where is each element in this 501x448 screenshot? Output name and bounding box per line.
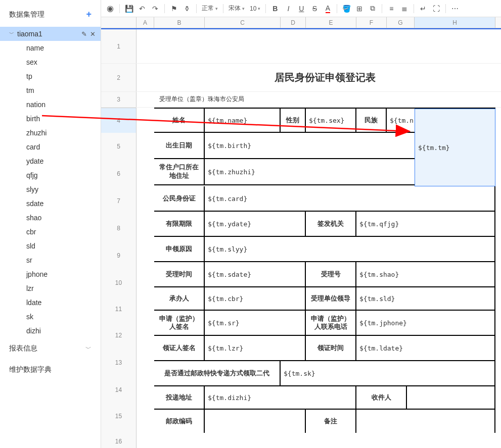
more-icon[interactable]: ⋯ xyxy=(449,3,461,15)
row-header-13[interactable]: 13 xyxy=(101,349,136,376)
val-cbr[interactable]: ${tm.cbr} xyxy=(205,287,306,310)
row-header-16[interactable]: 16 xyxy=(101,429,136,448)
val-sld[interactable]: ${tm.sld} xyxy=(356,287,495,310)
sheet-area[interactable]: A B C D E F G H 1 2 居民身份证申领登记表 3 受理单位（盖章… xyxy=(101,17,501,448)
field-sld[interactable]: sld xyxy=(0,239,101,253)
field-cbr[interactable]: cbr xyxy=(0,225,101,239)
merge-icon[interactable]: ⧉ xyxy=(367,3,379,15)
field-jphone[interactable]: jphone xyxy=(0,267,101,281)
field-tm[interactable]: tm xyxy=(0,83,101,97)
label-birth: 出生日期 xyxy=(154,133,205,158)
wrap-icon[interactable]: ↵ xyxy=(417,3,429,15)
add-dataset-icon[interactable]: + xyxy=(86,9,92,20)
field-sr[interactable]: sr xyxy=(0,253,101,267)
strike-icon[interactable]: S xyxy=(308,3,321,15)
field-birth[interactable]: birth xyxy=(0,112,101,126)
save-icon[interactable]: 💾 xyxy=(123,3,135,15)
border-icon[interactable]: ⊞ xyxy=(353,3,366,15)
field-zhuzhi[interactable]: zhuzhi xyxy=(0,126,101,140)
row-header-2[interactable]: 2 xyxy=(101,64,136,91)
row-header-7[interactable]: 7 xyxy=(101,187,136,215)
val-name[interactable]: ${tm.name} xyxy=(205,109,281,132)
val-ydate[interactable]: ${tm.ydate} xyxy=(205,212,306,236)
field-ldate[interactable]: ldate xyxy=(0,295,101,310)
tree-node-tiaoma1[interactable]: ﹀ tiaoma1 ✎ ✕ xyxy=(0,27,101,41)
field-slyy[interactable]: slyy xyxy=(0,182,101,196)
val-sk[interactable]: ${tm.sk} xyxy=(281,361,495,385)
field-ydate[interactable]: ydate xyxy=(0,154,101,168)
undo-icon[interactable]: ↶ xyxy=(136,3,148,15)
field-shao[interactable]: shao xyxy=(0,211,101,225)
style-select[interactable]: 正常▾ xyxy=(200,4,220,13)
field-sex[interactable]: sex xyxy=(0,55,101,69)
val-photo[interactable]: ${tm.tm} xyxy=(415,109,495,186)
field-lzr[interactable]: lzr xyxy=(0,281,101,295)
val-zip[interactable] xyxy=(205,410,306,433)
col-header-F[interactable]: F xyxy=(356,17,387,28)
row-header-4[interactable]: 4 xyxy=(101,108,136,133)
row-header-12[interactable]: 12 xyxy=(101,322,136,349)
row-header-14[interactable]: 14 xyxy=(101,376,136,404)
val-card[interactable]: ${tm.card} xyxy=(205,186,495,211)
val-dizhi[interactable]: ${tm.dizhi} xyxy=(205,386,356,409)
font-select[interactable]: 宋体▾ xyxy=(226,4,247,13)
align-h-icon[interactable]: ≡ xyxy=(385,3,397,15)
val-sdate[interactable]: ${tm.sdate} xyxy=(205,262,306,286)
underline-icon[interactable]: U xyxy=(295,3,307,15)
val-nation[interactable]: ${tm.n xyxy=(387,109,415,132)
font-size-select[interactable]: 10▾ xyxy=(248,5,262,12)
font-color-icon[interactable]: A xyxy=(322,3,334,15)
maintain-dict-header[interactable]: 维护数据字典 xyxy=(0,359,101,380)
val-slyy[interactable]: ${tm.slyy} xyxy=(205,237,495,261)
edit-dataset-icon[interactable]: ✎ xyxy=(81,30,87,38)
val-shao[interactable]: ${tm.shao} xyxy=(356,262,495,286)
col-header-D[interactable]: D xyxy=(281,17,306,28)
delete-dataset-icon[interactable]: ✕ xyxy=(90,30,96,38)
fill-color-icon[interactable]: 🪣 xyxy=(340,3,352,15)
field-sk[interactable]: sk xyxy=(0,310,101,324)
val-sr[interactable]: ${tm.sr} xyxy=(205,311,306,335)
val-recv[interactable] xyxy=(407,386,495,409)
flag-icon[interactable]: ⚑ xyxy=(168,3,180,15)
val-qfjg[interactable]: ${tm.qfjg} xyxy=(356,212,495,236)
bold-icon[interactable]: B xyxy=(269,3,281,15)
field-nation[interactable]: nation xyxy=(0,97,101,112)
preview-icon[interactable]: ◉ xyxy=(104,3,116,15)
row-header-9[interactable]: 9 xyxy=(101,242,136,269)
row-header-10[interactable]: 10 xyxy=(101,269,136,296)
val-ldate[interactable]: ${tm.ldate} xyxy=(356,336,495,360)
row-header-3[interactable]: 3 xyxy=(101,92,136,107)
val-addr[interactable]: ${tm.zhuzhi} xyxy=(205,159,415,184)
field-dizhi[interactable]: dizhi xyxy=(0,324,101,338)
col-header-E[interactable]: E xyxy=(306,17,356,28)
row-header-15[interactable]: 15 xyxy=(101,404,136,429)
align-v-icon[interactable]: ≣ xyxy=(398,3,411,15)
val-sex[interactable]: ${tm.sex} xyxy=(306,109,356,132)
val-birth[interactable]: ${tm.birth} xyxy=(205,133,415,158)
field-sdate[interactable]: sdate xyxy=(0,196,101,211)
col-header-H[interactable]: H xyxy=(415,17,495,28)
col-header-A[interactable]: A xyxy=(136,17,154,28)
col-header-C[interactable]: C xyxy=(205,17,281,28)
label-card: 公民身份证 xyxy=(154,186,205,211)
row-header-6[interactable]: 6 xyxy=(101,160,136,187)
italic-icon[interactable]: I xyxy=(282,3,294,15)
corner-cell[interactable] xyxy=(101,17,136,28)
field-qfjg[interactable]: qfjg xyxy=(0,168,101,182)
val-remark[interactable] xyxy=(356,410,495,433)
row-header-1[interactable]: 1 xyxy=(101,29,136,63)
row-header-11[interactable]: 11 xyxy=(101,296,136,322)
fullscreen-icon[interactable]: ⛶ xyxy=(430,3,442,15)
col-header-G[interactable]: G xyxy=(387,17,415,28)
field-tp[interactable]: tp xyxy=(0,69,101,83)
field-name[interactable]: name xyxy=(0,41,101,55)
val-jphone[interactable]: ${tm.jphone} xyxy=(356,311,495,335)
row-header-5[interactable]: 5 xyxy=(101,133,136,160)
filter-icon[interactable]: ⚱ xyxy=(181,3,193,15)
report-info-header[interactable]: 报表信息 ﹀ xyxy=(0,338,101,359)
row-header-8[interactable]: 8 xyxy=(101,215,136,242)
val-lzr[interactable]: ${tm.lzr} xyxy=(205,336,306,360)
field-card[interactable]: card xyxy=(0,140,101,154)
col-header-B[interactable]: B xyxy=(154,17,205,28)
redo-icon[interactable]: ↷ xyxy=(149,3,161,15)
